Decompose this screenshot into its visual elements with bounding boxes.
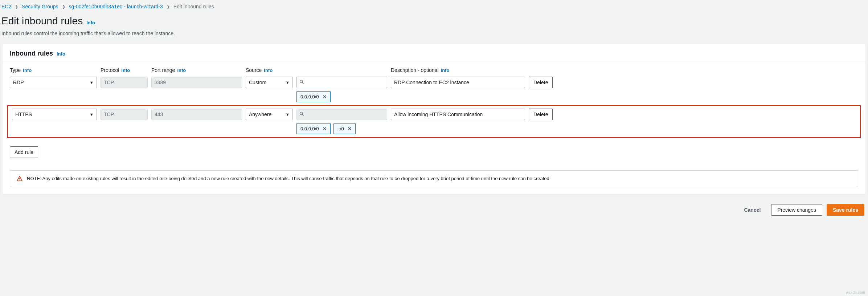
panel-title: Inbound rules [10, 50, 53, 57]
delete-button[interactable]: Delete [529, 109, 553, 120]
source-search-input[interactable] [296, 77, 387, 88]
chevron-right-icon: ❯ [62, 4, 65, 9]
source-cell: 0.0.0.0/0✕ [296, 77, 387, 102]
note-box: NOTE: Any edits made on existing rules w… [10, 170, 858, 187]
cidr-chip-text: ::/0 [337, 126, 344, 131]
breadcrumb-ec2[interactable]: EC2 [1, 4, 11, 9]
inbound-rules-panel: Inbound rules Info Type Info Protocol In… [2, 44, 866, 195]
source-search-input [296, 109, 387, 120]
protocol-field: TCP [101, 109, 148, 120]
page-title-row: Edit inbound rules Info [0, 12, 868, 29]
footer-actions: Cancel Preview changes Save rules [0, 195, 868, 219]
cidr-chip-text: 0.0.0.0/0 [300, 94, 319, 100]
svg-point-5 [19, 180, 20, 180]
col-port-label: Port range [151, 67, 175, 73]
page-title: Edit inbound rules [1, 15, 83, 27]
protocol-field: TCP [101, 77, 148, 88]
info-link[interactable]: Info [177, 68, 186, 73]
cidr-chip: ::/0✕ [333, 123, 356, 134]
col-source-label: Source [246, 67, 262, 73]
cidr-chip-text: 0.0.0.0/0 [300, 126, 319, 131]
close-icon[interactable]: ✕ [323, 126, 327, 131]
type-select[interactable]: HTTPS [12, 109, 97, 120]
cancel-button[interactable]: Cancel [738, 204, 767, 216]
source-cell: 0.0.0.0/0✕::/0✕ [296, 109, 387, 134]
rule-row: HTTPS▼TCP443Anywhere▼0.0.0.0/0✕::/0✕Dele… [8, 106, 860, 138]
preview-changes-button[interactable]: Preview changes [771, 204, 822, 216]
description-input[interactable] [391, 109, 525, 120]
info-link[interactable]: Info [23, 68, 32, 73]
add-rule-button[interactable]: Add rule [10, 146, 38, 158]
breadcrumb-sg-id[interactable]: sg-002fe10b00db3a1e0 - launch-wizard-3 [69, 4, 163, 9]
col-description-label: Description - optional [391, 67, 439, 73]
close-icon[interactable]: ✕ [348, 126, 352, 131]
rule-row: RDP▼TCP3389Custom▼0.0.0.0/0✕Delete [10, 75, 858, 104]
note-text: NOTE: Any edits made on existing rules w… [27, 176, 550, 181]
page-subtitle: Inbound rules control the incoming traff… [0, 29, 868, 44]
save-rules-button[interactable]: Save rules [827, 204, 864, 216]
info-link[interactable]: Info [121, 68, 130, 73]
description-input[interactable] [391, 77, 525, 88]
info-link[interactable]: Info [57, 51, 65, 57]
col-type-label: Type [10, 67, 21, 73]
source-mode-select[interactable]: Anywhere [246, 109, 293, 120]
cidr-chip: 0.0.0.0/0✕ [296, 123, 331, 134]
delete-button[interactable]: Delete [529, 77, 553, 88]
type-select[interactable]: RDP [10, 77, 97, 88]
chevron-right-icon: ❯ [15, 4, 18, 9]
source-mode-select[interactable]: Custom [246, 77, 293, 88]
port-range-field: 3389 [151, 77, 242, 88]
breadcrumb-current: Edit inbound rules [173, 4, 214, 9]
breadcrumb: EC2 ❯ Security Groups ❯ sg-002fe10b00db3… [0, 0, 868, 12]
info-link[interactable]: Info [264, 68, 273, 73]
close-icon[interactable]: ✕ [323, 94, 327, 100]
info-link[interactable]: Info [86, 20, 95, 25]
rules-column-headers: Type Info Protocol Info Port range Info … [10, 67, 858, 73]
cidr-chips: 0.0.0.0/0✕ [296, 91, 387, 102]
cidr-chip: 0.0.0.0/0✕ [296, 91, 331, 102]
cidr-chips: 0.0.0.0/0✕::/0✕ [296, 123, 387, 134]
col-protocol-label: Protocol [101, 67, 119, 73]
breadcrumb-security-groups[interactable]: Security Groups [22, 4, 58, 9]
warning-icon [17, 176, 22, 182]
info-link[interactable]: Info [441, 68, 450, 73]
chevron-right-icon: ❯ [167, 4, 170, 9]
panel-header: Inbound rules Info [3, 44, 865, 61]
port-range-field: 443 [151, 109, 242, 120]
